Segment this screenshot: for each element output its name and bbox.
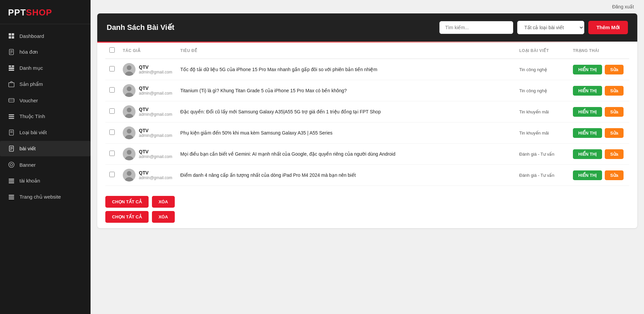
delete-button[interactable]: XÓA	[152, 196, 175, 208]
svg-rect-8	[9, 65, 11, 67]
sidebar-item-label: Voucher	[19, 98, 38, 103]
row-category-1: Tin công nghệ	[515, 80, 569, 101]
select-all-checkbox[interactable]	[109, 47, 115, 53]
author-email-4: admin@gmail.com	[139, 154, 172, 159]
author-name-4: QTV	[139, 149, 172, 154]
sidebar-item-danh-muc[interactable]: Danh mục	[0, 60, 91, 76]
author-info-2: QTV admin@gmail.com	[139, 107, 172, 117]
svg-point-37	[127, 87, 131, 91]
category-filter[interactable]: Tất cả loại bài viết Tin công nghệ Tin k…	[517, 21, 584, 34]
row-checkbox-3[interactable]	[109, 129, 115, 135]
table-row: QTV admin@gmail.com Tốc độ tải dữ liệu 5…	[105, 59, 629, 80]
author-name-3: QTV	[139, 128, 172, 133]
author-email-3: admin@gmail.com	[139, 133, 172, 138]
logo-ppt: PPT	[8, 7, 26, 17]
post-category-1: Tin công nghệ	[519, 88, 547, 93]
sidebar-item-bai-viet[interactable]: bài viết	[0, 141, 91, 156]
row-check-5	[105, 165, 119, 186]
bottom-actions: CHỌN TẤT CẢ XÓA CHỌN TẤT CẢ XÓA	[97, 193, 637, 228]
sidebar-item-label: Banner	[19, 162, 36, 168]
action-row-1: CHỌN TẤT CẢ XÓA	[105, 196, 629, 208]
col-header-status: TRẠNG THÁI	[569, 43, 629, 59]
row-category-3: Tin khuyến mãi	[515, 122, 569, 144]
row-checkbox-0[interactable]	[109, 66, 115, 71]
logout-button[interactable]: Đăng xuất	[612, 4, 634, 9]
show-button-4[interactable]: HIỂN THỊ	[573, 149, 602, 159]
row-status-0: HIỂN THỊ Sửa	[569, 59, 629, 80]
post-category-4: Đánh giá - Tư vấn	[519, 152, 554, 157]
author-email-0: admin@gmail.com	[139, 70, 172, 74]
show-button-5[interactable]: HIỂN THỊ	[573, 170, 602, 180]
col-header-category: LOẠI BÀI VIẾT	[515, 43, 569, 59]
edit-button-2[interactable]: Sửa	[605, 107, 624, 117]
author-name-0: QTV	[139, 64, 172, 70]
svg-point-25	[9, 162, 14, 167]
sidebar: PPTSHOP Dashboard hóa đơn Danh mục Sản	[0, 0, 91, 314]
sidebar-item-voucher[interactable]: Voucher	[0, 93, 91, 108]
author-name-5: QTV	[139, 170, 172, 175]
table-row: QTV admin@gmail.com Mọi điều bạn cần biế…	[105, 144, 629, 165]
table-row: QTV admin@gmail.com Đặc quyền: Đổi cũ lấ…	[105, 101, 629, 122]
table-body: QTV admin@gmail.com Tốc độ tải dữ liệu 5…	[105, 59, 629, 186]
logo-shop: SHOP	[26, 7, 52, 17]
show-button-0[interactable]: HIỂN THỊ	[573, 65, 602, 74]
dashboard-icon	[8, 33, 15, 39]
table-container: TÁC GIẢ TIÊU ĐỀ LOẠI BÀI VIẾT TRẠNG THÁI	[97, 43, 637, 193]
sidebar-item-banner[interactable]: Banner	[0, 157, 91, 172]
author-email-2: admin@gmail.com	[139, 112, 172, 117]
sidebar-item-loai-bai-viet[interactable]: Loại bài viết	[0, 125, 91, 140]
header-controls: Tất cả loại bài viết Tin công nghệ Tin k…	[439, 21, 628, 34]
sidebar-item-thuoc-tinh[interactable]: Thuộc Tính	[0, 109, 91, 124]
row-checkbox-1[interactable]	[109, 87, 115, 93]
svg-rect-29	[9, 182, 14, 184]
row-title-3: Phụ kiện giảm đến 50% khi mua kèm Samsun…	[176, 122, 515, 144]
sidebar-item-trang-chu[interactable]: Trang chủ website	[0, 189, 91, 205]
row-category-5: Đánh giá - Tư vấn	[515, 165, 569, 186]
sidebar-item-dashboard[interactable]: Dashboard	[0, 28, 91, 44]
add-post-button[interactable]: Thêm Mới	[588, 21, 628, 34]
svg-point-46	[127, 150, 131, 155]
row-checkbox-5[interactable]	[109, 172, 115, 177]
edit-button-4[interactable]: Sửa	[605, 149, 624, 159]
sidebar-item-tai-khoan[interactable]: tài khoản	[0, 173, 91, 189]
author-name-1: QTV	[139, 86, 172, 91]
author-email-1: admin@gmail.com	[139, 91, 172, 96]
svg-rect-27	[9, 179, 14, 180]
show-button-2[interactable]: HIỂN THỊ	[573, 107, 602, 117]
status-actions-1: HIỂN THỊ Sửa	[573, 86, 625, 96]
show-button-3[interactable]: HIỂN THỊ	[573, 128, 602, 138]
row-title-1: Titanium (Ti) là gì? Khung Titan Grade 5…	[176, 80, 515, 101]
delete-button-2[interactable]: XÓA	[152, 211, 175, 223]
avatar-4	[123, 148, 136, 160]
post-title-1: Titanium (Ti) là gì? Khung Titan Grade 5…	[180, 88, 347, 93]
row-author-5: QTV admin@gmail.com	[119, 165, 176, 186]
author-info-3: QTV admin@gmail.com	[139, 128, 172, 138]
sidebar-item-label: tài khoản	[19, 178, 40, 184]
edit-button-0[interactable]: Sửa	[605, 65, 624, 74]
edit-button-1[interactable]: Sửa	[605, 86, 624, 96]
sidebar-item-label: Thuộc Tính	[19, 113, 45, 119]
row-checkbox-2[interactable]	[109, 108, 115, 114]
category-icon	[8, 65, 15, 71]
sidebar-nav: Dashboard hóa đơn Danh mục Sản phẩm Vouc	[0, 27, 91, 206]
svg-rect-32	[9, 199, 14, 200]
product-icon	[8, 81, 15, 88]
edit-button-5[interactable]: Sửa	[605, 170, 624, 180]
svg-point-43	[127, 129, 131, 134]
author-info-0: QTV admin@gmail.com	[139, 64, 172, 74]
show-button-1[interactable]: HIỂN THỊ	[573, 86, 602, 96]
post-type-icon	[8, 129, 15, 136]
row-checkbox-4[interactable]	[109, 151, 115, 156]
sidebar-item-label: Sản phẩm	[19, 81, 43, 87]
sidebar-item-san-pham[interactable]: Sản phẩm	[0, 76, 91, 92]
search-input[interactable]	[439, 21, 513, 34]
select-all-button[interactable]: CHỌN TẤT CẢ	[105, 196, 149, 208]
select-all-button-2[interactable]: CHỌN TẤT CẢ	[105, 211, 149, 223]
author-info-4: QTV admin@gmail.com	[139, 149, 172, 159]
edit-button-3[interactable]: Sửa	[605, 128, 624, 138]
post-title-2: Đặc quyền: Đổi cũ lấy mới Samsung Galaxy…	[180, 109, 381, 114]
row-title-2: Đặc quyền: Đổi cũ lấy mới Samsung Galaxy…	[176, 101, 515, 122]
main-content: Đăng xuất Danh Sách Bài Viết Tất cả loại…	[91, 0, 644, 314]
row-title-4: Mọi điều bạn cần biết về Gemini: AI mạnh…	[176, 144, 515, 165]
sidebar-item-hoa-don[interactable]: hóa đơn	[0, 44, 91, 60]
